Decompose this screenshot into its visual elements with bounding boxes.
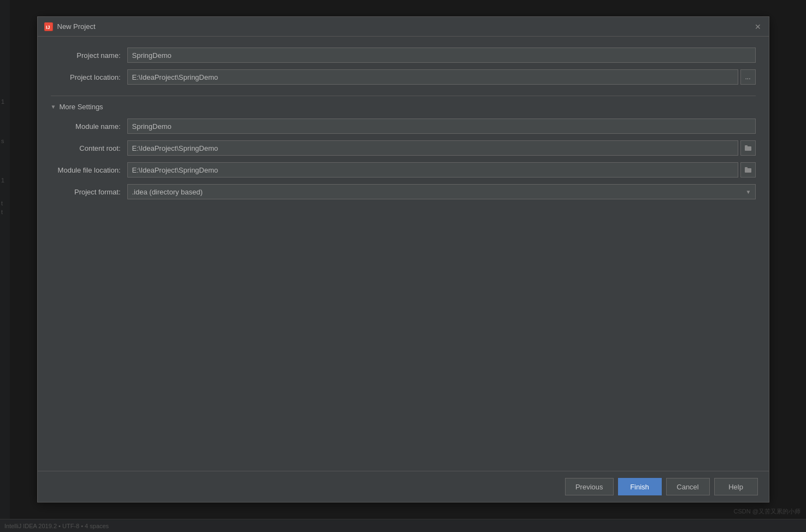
svg-rect-5 xyxy=(745,167,748,169)
cancel-button[interactable]: Cancel xyxy=(666,478,710,495)
project-location-row: Project location: ... xyxy=(51,69,756,85)
project-name-input[interactable] xyxy=(127,48,756,63)
folder-icon-2 xyxy=(745,167,751,173)
module-file-location-input[interactable] xyxy=(127,162,738,178)
project-location-label: Project location: xyxy=(51,73,127,81)
dialog-content: Project name: Project location: ... ▼ Mo… xyxy=(38,37,769,471)
project-format-select-wrapper: .idea (directory based) ▼ xyxy=(127,184,756,199)
chevron-down-icon: ▼ xyxy=(51,104,56,110)
app-icon: IJ xyxy=(44,22,53,31)
project-location-input-wrapper: ... xyxy=(127,69,756,85)
module-name-input[interactable] xyxy=(127,119,756,134)
svg-rect-2 xyxy=(745,146,751,151)
module-file-location-input-wrapper xyxy=(127,162,756,178)
help-button[interactable]: Help xyxy=(714,478,758,495)
more-settings-section: ▼ More Settings Module name: Content roo… xyxy=(51,96,756,199)
module-name-row: Module name: xyxy=(51,119,756,134)
content-root-input[interactable] xyxy=(127,140,738,156)
finish-button[interactable]: Finish xyxy=(618,478,662,495)
title-left: IJ New Project xyxy=(44,22,96,31)
close-button[interactable]: ✕ xyxy=(754,22,762,31)
project-location-browse-button[interactable]: ... xyxy=(740,69,756,85)
previous-button[interactable]: Previous xyxy=(565,478,614,495)
content-root-label: Content root: xyxy=(51,144,127,152)
module-file-location-browse-button[interactable] xyxy=(740,162,756,178)
module-file-location-row: Module file location: xyxy=(51,162,756,178)
module-name-label: Module name: xyxy=(51,122,127,131)
svg-text:IJ: IJ xyxy=(46,25,50,30)
project-format-label: Project format: xyxy=(51,188,127,196)
project-location-input[interactable] xyxy=(127,69,738,85)
new-project-dialog: IJ New Project ✕ Project name: Project l… xyxy=(37,16,769,503)
dialog-footer: Previous Finish Cancel Help xyxy=(38,471,769,502)
content-root-row: Content root: xyxy=(51,140,756,156)
more-settings-header[interactable]: ▼ More Settings xyxy=(51,103,756,111)
content-root-input-wrapper xyxy=(127,140,756,156)
module-file-location-label: Module file location: xyxy=(51,166,127,174)
dialog-title-bar: IJ New Project ✕ xyxy=(38,17,769,37)
content-root-browse-button[interactable] xyxy=(740,140,756,156)
svg-rect-4 xyxy=(745,168,751,173)
project-name-row: Project name: xyxy=(51,48,756,63)
more-settings-label: More Settings xyxy=(59,103,103,111)
project-format-row: Project format: .idea (directory based) … xyxy=(51,184,756,199)
project-format-select[interactable]: .idea (directory based) xyxy=(127,184,756,199)
project-name-label: Project name: xyxy=(51,51,127,60)
folder-icon xyxy=(745,145,751,151)
svg-rect-3 xyxy=(745,145,748,147)
module-name-input-wrapper xyxy=(127,119,756,134)
dialog-title: New Project xyxy=(57,22,96,31)
project-name-input-wrapper xyxy=(127,48,756,63)
